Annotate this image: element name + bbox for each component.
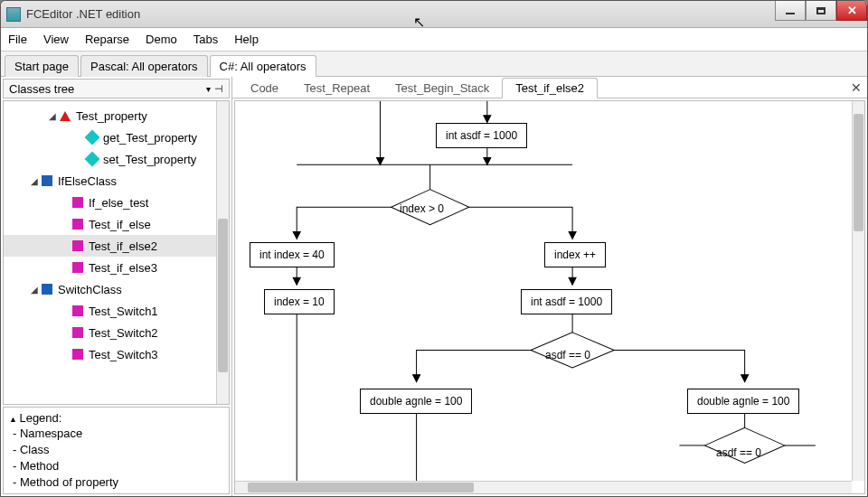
legend-label: - Class [13, 443, 49, 456]
tree-item[interactable]: get_Test_property [4, 127, 216, 148]
prop-icon [85, 130, 100, 145]
inner-tabs: CodeTest_RepeatTest_Begin_StackTest_if_e… [232, 77, 867, 98]
expand-icon[interactable]: ◢ [49, 111, 60, 121]
legend-row: - Namespace [9, 425, 223, 441]
file-tab[interactable]: Start page [5, 55, 79, 77]
pin-icon[interactable]: ⊣ [214, 83, 223, 95]
vertical-scrollbar[interactable] [852, 101, 864, 481]
flow-diamond-text: asdf == 0 [545, 349, 590, 361]
tree-panel: ◢Test_propertyget_Test_propertyset_Test_… [3, 100, 230, 405]
menu-file[interactable]: File [8, 33, 27, 46]
tree-item-label: Test_Switch1 [89, 305, 158, 318]
svg-marker-3 [484, 116, 491, 123]
expand-icon[interactable]: ◢ [31, 176, 42, 186]
menu-view[interactable]: View [43, 33, 69, 46]
tree-item-label: Test_if_else3 [89, 261, 157, 275]
tree-item[interactable]: Test_Switch2 [4, 322, 216, 343]
file-tab[interactable]: Pascal: All operators [80, 55, 208, 77]
legend-label: - Namespace [13, 427, 82, 440]
legend-row: - Method of property [9, 474, 223, 490]
tree-item-label: If_else_test [89, 196, 149, 210]
cls-icon [42, 284, 52, 295]
app-window: ↖ FCEditor .NET edition ✕ File View Repa… [0, 0, 868, 497]
svg-marker-1 [376, 158, 383, 165]
tree-item[interactable]: Test_if_else2 [4, 235, 216, 257]
tree-item[interactable]: Test_if_else3 [4, 257, 216, 278]
flow-box: index ++ [544, 242, 606, 267]
tree-item[interactable]: Test_Switch3 [4, 343, 216, 365]
inner-tab[interactable]: Test_Begin_Stack [382, 79, 502, 98]
sidebar: Classes tree ▾ ⊣ ◢Test_propertyget_Test_… [1, 77, 232, 496]
horizontal-scrollbar[interactable] [235, 481, 852, 493]
close-button[interactable]: ✕ [836, 1, 867, 21]
flow-box: double agnle = 100 [360, 389, 472, 414]
tree-item-label: set_Test_property [103, 153, 196, 166]
sidebar-header[interactable]: Classes tree ▾ ⊣ [3, 79, 230, 98]
content-area: CodeTest_RepeatTest_Begin_StackTest_if_e… [232, 77, 867, 496]
tab-close-button[interactable]: ✕ [851, 80, 862, 95]
red-icon [60, 111, 71, 121]
classes-tree[interactable]: ◢Test_propertyget_Test_propertyset_Test_… [4, 101, 216, 404]
flowchart-canvas[interactable]: int asdf = 1000 index > 0 int index = 40… [234, 100, 865, 494]
inner-tab[interactable]: Test_if_else2 [502, 78, 598, 98]
menu-help[interactable]: Help [234, 33, 259, 46]
flow-box: int index = 40 [250, 242, 335, 267]
tree-item-label: Test_if_else2 [89, 239, 157, 253]
tree-scrollbar[interactable] [216, 101, 229, 404]
tree-item[interactable]: Test_if_else [4, 213, 216, 235]
flow-diamond-text: asdf == 0 [716, 446, 761, 459]
method-icon [72, 262, 83, 273]
menu-reparse[interactable]: Reparse [85, 33, 129, 46]
inner-tab[interactable]: Code [238, 79, 291, 98]
window-title: FCEditor .NET edition [26, 7, 140, 21]
tree-item-label: Test_Switch2 [89, 326, 158, 340]
tree-item[interactable]: ◢SwitchClass [4, 278, 216, 300]
svg-marker-5 [484, 158, 491, 165]
tree-item-label: IfElseClass [58, 174, 117, 188]
legend-row: - Method [9, 457, 223, 474]
menu-demo[interactable]: Demo [146, 33, 177, 46]
method-icon [72, 349, 83, 360]
method-icon [72, 327, 83, 338]
legend-row: - Class [9, 441, 223, 457]
legend-panel: Legend: - Namespace- Class- Method- Meth… [3, 407, 230, 494]
flow-diamond-text: index > 0 [400, 202, 444, 215]
tree-item[interactable]: If_else_test [4, 192, 216, 213]
method-icon [72, 219, 83, 230]
file-tab[interactable]: C#: All operators [210, 55, 316, 77]
file-tabs: Start pagePascal: All operatorsC#: All o… [1, 52, 867, 77]
method-icon [72, 240, 83, 251]
flow-box: index = 10 [264, 289, 335, 314]
prop-icon [85, 152, 100, 167]
tree-item[interactable]: Test_Switch1 [4, 300, 216, 322]
flow-box: double agnle = 100 [687, 389, 799, 414]
flow-box: int asdf = 1000 [521, 289, 612, 314]
tree-item-label: Test_if_else [89, 218, 151, 231]
svg-marker-18 [413, 375, 420, 382]
minimize-button[interactable] [775, 1, 806, 21]
dropdown-icon[interactable]: ▾ [206, 84, 211, 94]
legend-label: - Method [13, 459, 59, 473]
method-icon [72, 197, 83, 208]
tree-item-label: SwitchClass [58, 283, 122, 296]
svg-marker-10 [569, 232, 576, 239]
flow-box: int asdf = 1000 [436, 123, 527, 148]
cls-icon [42, 175, 52, 186]
tree-item[interactable]: set_Test_property [4, 148, 216, 170]
tree-item-label: Test_Switch3 [89, 348, 158, 361]
svg-marker-9 [293, 232, 300, 239]
expand-icon[interactable]: ◢ [31, 285, 42, 295]
maximize-button[interactable] [806, 1, 836, 21]
tree-item-label: get_Test_property [103, 131, 197, 145]
sidebar-title: Classes tree [9, 82, 74, 96]
app-icon [6, 7, 21, 22]
method-icon [72, 305, 83, 316]
titlebar[interactable]: FCEditor .NET edition ✕ [1, 1, 867, 28]
legend-label: - Method of property [13, 475, 118, 489]
svg-marker-19 [741, 375, 749, 382]
menu-tabs[interactable]: Tabs [193, 33, 218, 46]
inner-tab[interactable]: Test_Repeat [291, 79, 382, 98]
svg-marker-12 [293, 277, 300, 285]
tree-item[interactable]: ◢IfElseClass [4, 170, 216, 192]
tree-item[interactable]: ◢Test_property [4, 105, 216, 127]
